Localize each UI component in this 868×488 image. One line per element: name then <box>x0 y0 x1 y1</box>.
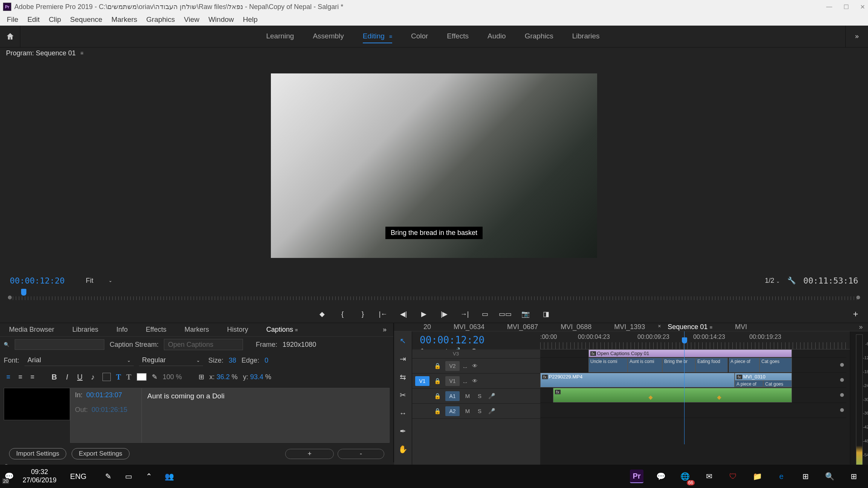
clip-audio[interactable]: fx <box>553 388 792 403</box>
taskbar-whatsapp-icon[interactable]: 💬 <box>654 470 668 483</box>
add-caption-button[interactable]: + <box>285 449 334 459</box>
comparison-view-button[interactable]: ◨ <box>541 309 551 319</box>
taskbar-chrome-icon[interactable]: 🌐66 <box>678 470 692 483</box>
toggle-sync-lock-icon[interactable]: ⎵ <box>463 363 467 369</box>
size-value[interactable]: 38 <box>229 357 236 364</box>
lift-button[interactable]: ▭ <box>480 309 490 319</box>
out-timecode[interactable]: 00:01:26:15 <box>92 406 127 414</box>
pen-tool[interactable]: ✒ <box>397 425 409 437</box>
taskbar-notification-icon[interactable]: 💬20 <box>4 471 14 482</box>
edge-value[interactable]: 0 <box>264 357 268 364</box>
play-button[interactable]: ▶ <box>419 309 429 319</box>
font-dropdown[interactable]: Arial⌄ <box>24 355 134 366</box>
timeline-track-content[interactable]: fxOpen Captions Copy 01 Uncle is comi Au… <box>540 349 850 468</box>
maximize-button[interactable]: ☐ <box>844 3 849 11</box>
clip-sub[interactable]: Eating food <box>695 358 728 372</box>
taskbar-search-icon[interactable]: 🔍 <box>823 470 836 483</box>
bold-button[interactable]: B <box>50 372 59 381</box>
taskbar-edge-icon[interactable]: e <box>775 470 788 483</box>
taskbar-task-view-icon[interactable]: ⊞ <box>799 470 812 483</box>
taskbar-language[interactable]: ENG <box>65 472 92 481</box>
menu-help[interactable]: Help <box>238 14 262 25</box>
clip-sub[interactable]: Uncle is comi <box>588 358 628 372</box>
program-scrubber[interactable] <box>0 289 868 305</box>
menu-window[interactable]: Window <box>204 14 238 25</box>
search-input[interactable] <box>15 339 104 350</box>
caption-stream-dropdown[interactable]: Open Captions <box>164 339 243 350</box>
timeline-overflow-icon[interactable]: » <box>854 323 868 331</box>
menu-file[interactable]: File <box>2 14 23 25</box>
clip-sub[interactable]: A piece of <box>729 358 760 372</box>
track-select-tool[interactable]: ⇥ <box>397 353 409 364</box>
menu-clip[interactable]: Clip <box>44 14 66 25</box>
step-forward-button[interactable]: |▶ <box>439 309 449 319</box>
align-right-button[interactable]: ≡ <box>28 372 37 381</box>
workspace-assembly[interactable]: Assembly <box>313 30 344 43</box>
fill-color-swatch[interactable] <box>137 373 147 381</box>
taskbar-tray-chevron-icon[interactable]: ⌃ <box>144 471 154 482</box>
taskbar-start-icon[interactable]: ⊞ <box>847 470 860 483</box>
workspace-overflow-button[interactable]: » <box>845 26 868 47</box>
ripple-edit-tool[interactable]: ⇆ <box>397 371 409 383</box>
sequence-tab-mvi0634[interactable]: MVI_0634 <box>442 323 496 331</box>
zoom-fit-dropdown[interactable]: Fit⌄ <box>86 277 112 285</box>
sequence-tab-20[interactable]: 20 <box>412 323 442 331</box>
menu-sequence[interactable]: Sequence <box>66 14 107 25</box>
caption-text-input[interactable]: Aunt is coming on a Doli <box>142 388 390 443</box>
mute-button[interactable]: M <box>463 408 472 414</box>
in-timecode[interactable]: 00:01:23:07 <box>86 391 122 399</box>
underline-button[interactable]: U <box>75 372 84 381</box>
taskbar-pen-icon[interactable]: ✎ <box>103 471 113 482</box>
panel-overflow-icon[interactable]: » <box>379 326 390 334</box>
add-marker-button[interactable]: ◆ <box>317 309 327 319</box>
menu-view[interactable]: View <box>179 14 204 25</box>
source-v1-label[interactable]: V1 <box>415 376 429 386</box>
scrubber-playhead[interactable] <box>21 289 26 296</box>
workspace-learning[interactable]: Learning <box>266 30 294 43</box>
menu-graphics[interactable]: Graphics <box>142 14 179 25</box>
lock-icon[interactable]: 🔒 <box>433 363 442 369</box>
align-center-button[interactable]: ≡ <box>16 372 25 381</box>
timeline-timecode[interactable]: 00:00:12:20 <box>420 334 533 346</box>
sequence-tab-mvi1393[interactable]: MVI_1393 <box>603 323 656 331</box>
tab-captions[interactable]: Captions ≡ <box>257 326 307 334</box>
lock-icon[interactable]: 🔒 <box>433 408 442 415</box>
taskbar-touchpad-icon[interactable]: ▭ <box>123 471 134 482</box>
opacity-value[interactable]: 100 % <box>163 373 182 381</box>
mute-button[interactable]: M <box>463 393 472 399</box>
workspace-graphics[interactable]: Graphics <box>525 30 553 43</box>
program-video-area[interactable]: Bring the bread in the basket <box>0 59 868 272</box>
italic-button[interactable]: I <box>63 372 72 381</box>
sequence-tab-sequence01[interactable]: ×Sequence 01 ≡ <box>656 323 724 331</box>
button-editor-icon[interactable]: + <box>853 309 858 319</box>
mark-out-button[interactable]: } <box>358 309 368 319</box>
font-weight-dropdown[interactable]: Regular⌄ <box>139 355 203 366</box>
text-color-icon[interactable]: T <box>116 373 121 381</box>
settings-wrench-icon[interactable]: 🔧 <box>787 276 796 285</box>
lock-icon[interactable]: 🔒 <box>433 378 442 384</box>
solo-button[interactable]: S <box>475 408 484 414</box>
clip-sub-b1[interactable]: A piece of <box>735 380 763 387</box>
go-to-in-button[interactable]: |← <box>378 309 388 319</box>
step-back-button[interactable]: ◀| <box>398 309 409 319</box>
remove-caption-button[interactable]: - <box>338 449 384 459</box>
bg-color-swatch[interactable] <box>102 373 111 381</box>
sequence-tab-mvi0687[interactable]: MVI_0687 <box>496 323 549 331</box>
workspace-audio[interactable]: Audio <box>487 30 506 43</box>
taskbar-people-icon[interactable]: 👥 <box>164 471 174 482</box>
extract-button[interactable]: ▭▭ <box>500 309 510 319</box>
selection-tool[interactable]: ↖ <box>397 335 409 346</box>
caption-thumbnail[interactable] <box>4 388 70 420</box>
track-a1-label[interactable]: A1 <box>445 391 460 401</box>
program-timecode[interactable]: 00:00:12:20 <box>10 276 65 285</box>
menu-markers[interactable]: Markers <box>107 14 142 25</box>
taskbar-mcafee-icon[interactable]: 🛡 <box>726 470 740 483</box>
text-bg-icon[interactable]: T <box>126 373 131 381</box>
workspace-effects[interactable]: Effects <box>447 30 469 43</box>
clip-captions[interactable]: fxOpen Captions Copy 01 <box>588 349 792 357</box>
menu-edit[interactable]: Edit <box>23 14 44 25</box>
search-icon[interactable]: 🔍 <box>4 342 9 347</box>
go-to-out-button[interactable]: →| <box>459 309 470 319</box>
clip-sub-b2[interactable]: Cat goes <box>763 380 792 387</box>
lock-icon[interactable]: 🔒 <box>433 393 442 400</box>
